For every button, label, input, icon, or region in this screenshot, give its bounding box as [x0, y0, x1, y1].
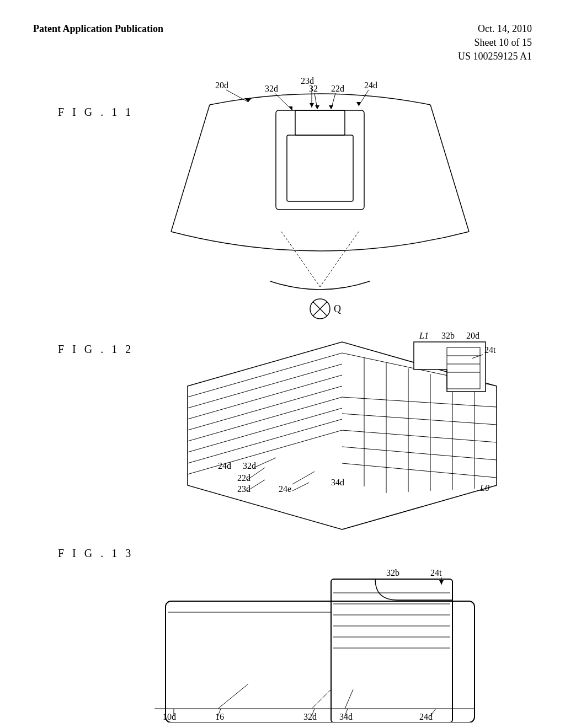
fig13-label-16: 16: [215, 712, 224, 721]
header-patent-num: US 100259125 A1: [458, 50, 532, 63]
fig12-rh3: [342, 430, 497, 442]
publication-title: Patent Application Publication: [33, 23, 163, 34]
fig11-arrowhead-32: [315, 105, 319, 109]
fig12-layer4: [188, 386, 342, 430]
fig11-left-line: [171, 105, 210, 232]
fig11-inner-notch: [295, 110, 345, 135]
fig11-outer-rect: [276, 110, 364, 210]
fig11-right-line: [430, 105, 469, 232]
fig12-step: [414, 342, 486, 392]
fig12-rh5: [342, 463, 497, 478]
fig12-label-24e: 24e: [279, 484, 291, 494]
fig12-label-32d: 32d: [243, 461, 256, 470]
fig12-label-24t: 24t: [484, 345, 496, 355]
fig13-label-32b: 32b: [386, 568, 399, 577]
header-left: Patent Application Publication: [33, 22, 163, 36]
fig13-label-24t: 24t: [430, 568, 442, 577]
fig13-label-32d: 32d: [303, 712, 317, 721]
fig11-label: F I G . 1 1: [58, 106, 134, 118]
fig12-label: F I G . 1 2: [58, 343, 134, 355]
fig11-label-32d: 32d: [265, 84, 278, 93]
fig11-conv-right: [320, 232, 359, 287]
header-right: Oct. 14, 2010 Sheet 10 of 15 US 10025912…: [458, 22, 532, 64]
fig12-label-L1: L1: [419, 331, 429, 340]
fig12-rh2: [342, 414, 497, 425]
fig12-label-24d: 24d: [218, 461, 231, 470]
fig11-arrowhead-24d: [356, 102, 361, 106]
fig12-layer1: [188, 353, 342, 397]
fig11-label-32: 32: [309, 84, 318, 93]
fig11-label-20d: 20d: [215, 81, 228, 90]
fig11-label-24d: 24d: [364, 81, 377, 90]
fig11-arrowhead-20d: [244, 98, 252, 102]
fig12-layer7: [188, 419, 342, 463]
fig12-right-bottom: [342, 485, 497, 529]
fig11-conv-left: [281, 232, 320, 287]
page-header: Patent Application Publication Oct. 14, …: [0, 0, 565, 64]
header-sheet: Sheet 10 of 15: [458, 36, 532, 50]
fig13-leader-32d: [312, 689, 331, 709]
fig11-q-label: Q: [334, 303, 341, 314]
fig13-arrowhead-24t: [439, 580, 444, 585]
fig11-small-arc: [270, 281, 370, 290]
fig12-bottom-arrow1: [254, 458, 276, 468]
fig12-layer5: [188, 397, 342, 441]
fig12-bottom-arrow5: [292, 483, 309, 491]
fig11-inner-pocket: [287, 135, 353, 201]
patent-page: Patent Application Publication Oct. 14, …: [0, 0, 565, 728]
fig11-label-22d: 22d: [331, 84, 344, 93]
fig12-layer2: [188, 364, 342, 408]
fig13-label-24d: 24d: [419, 712, 433, 721]
fig11-arrowhead-22d: [329, 105, 333, 109]
fig13-leader-34d: [345, 689, 353, 709]
diagrams-area: F I G . 1 1: [0, 72, 565, 722]
fig11-arrow-24d: [359, 90, 369, 106]
fig12-layer6: [188, 408, 342, 452]
fig13-label: F I G . 1 3: [58, 547, 134, 559]
fig12-label-32b: 32b: [441, 331, 455, 340]
fig11-bottom-arc: [171, 232, 469, 251]
fig12-label-L0: L0: [479, 483, 489, 493]
fig13-leader-16: [218, 684, 248, 709]
fig13-outer: [166, 601, 475, 722]
fig12-bottom-arrow2: [292, 472, 315, 484]
fig12-label-20d: 20d: [466, 331, 479, 340]
header-date: Oct. 14, 2010: [458, 22, 532, 36]
fig12-label-34d: 34d: [331, 478, 344, 487]
fig11-arrowhead-23d: [310, 103, 314, 108]
fig12-label-23d: 23d: [237, 484, 250, 494]
fig12-label-22d: 22d: [237, 473, 250, 483]
fig12-rh1: [342, 397, 497, 407]
fig12-rh4: [342, 447, 497, 460]
fig11-arrow-32d: [275, 93, 292, 110]
fig12-layer3: [188, 375, 342, 419]
diagrams-svg: F I G . 1 1: [0, 72, 565, 722]
